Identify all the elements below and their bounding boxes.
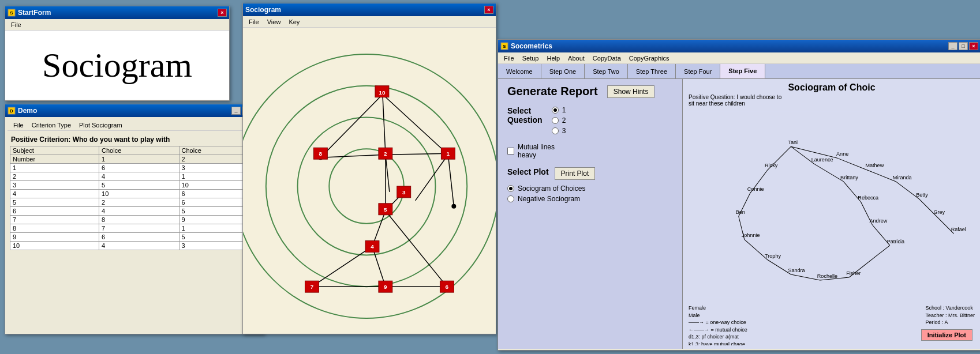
table-row: 871 [10, 224, 259, 233]
table-cell: 10 [99, 190, 179, 198]
col-number: Number [10, 155, 99, 164]
start-form-window: S StartForm × File Sociogram [5, 6, 230, 101]
plot-negative-label: Negative Sociogram [518, 195, 580, 203]
demo-plot-menu[interactable]: Plot Sociogram [76, 120, 126, 130]
svg-text:Rafael: Rafael [951, 227, 966, 232]
svg-text:2: 2 [384, 150, 387, 157]
tab-step-two[interactable]: Step Two [585, 64, 628, 78]
svg-text:7: 7 [311, 284, 314, 290]
show-hints-button[interactable]: Show Hints [607, 85, 655, 98]
start-form-content: Sociogram [5, 31, 229, 100]
question-option-1: 1 [562, 106, 566, 114]
mutual-lines-checkbox[interactable] [507, 148, 514, 155]
initialize-plot-button[interactable]: Initialize Plot [921, 329, 972, 341]
socometrics-about-menu[interactable]: About [564, 54, 588, 63]
svg-text:Ricky: Ricky [765, 163, 778, 168]
demo-minimize[interactable]: _ [231, 107, 241, 115]
table-cell: 4 [99, 242, 179, 250]
socometrics-icon: S [500, 42, 508, 50]
table-row: 163 [10, 164, 259, 172]
mutual-lines-area: Mutual linesheavy [507, 143, 673, 159]
demo-title: Demo [18, 107, 37, 115]
svg-text:5: 5 [384, 206, 387, 213]
radio-circle-1[interactable] [552, 107, 559, 114]
sociogram-file-menu[interactable]: File [245, 17, 263, 27]
radio-circle-2[interactable] [552, 117, 559, 124]
svg-text:S: S [503, 44, 506, 49]
table-cell: 6 [10, 207, 99, 216]
svg-text:Tani: Tani [788, 140, 798, 145]
table-row: 965 [10, 233, 259, 242]
select-plot-label: Select Plot [507, 167, 549, 176]
question-radio-1[interactable]: 1 [552, 106, 566, 114]
table-cell: 5 [10, 198, 99, 207]
table-cell: 4 [99, 172, 179, 181]
svg-text:S: S [10, 10, 13, 16]
criterion-text: Positive Criterion: Who do you want to p… [11, 135, 258, 144]
start-form-title: StartForm [18, 9, 51, 17]
socometrics-minimize[interactable]: _ [948, 42, 957, 50]
socometrics-copygraphics-menu[interactable]: CopyGraphics [626, 54, 673, 63]
socometrics-file-menu[interactable]: File [500, 54, 518, 63]
demo-titlebar: D Demo _ □ × [5, 104, 264, 117]
table-cell: 8 [99, 216, 179, 224]
tab-step-three[interactable]: Step Three [628, 64, 676, 78]
col-choice1: Choice [99, 146, 179, 155]
question-radio-2[interactable]: 2 [552, 116, 566, 125]
socometrics-help-menu[interactable]: Help [543, 54, 563, 63]
tab-step-four[interactable]: Step Four [676, 64, 720, 78]
socometrics-body: Generate Report Show Hints SelectQuestio… [498, 79, 980, 349]
socometrics-menu: File Setup Help About CopyData CopyGraph… [498, 52, 980, 64]
svg-text:9: 9 [384, 284, 387, 290]
plot-radio-negative-circle[interactable] [507, 195, 514, 202]
question-radio-3[interactable]: 3 [552, 127, 566, 135]
table-cell: 5 [99, 181, 179, 190]
svg-text:Grey: Grey [933, 209, 945, 215]
print-plot-button[interactable]: Print Plot [555, 167, 596, 180]
table-cell: 9 [10, 233, 99, 242]
svg-text:Rebecca: Rebecca [858, 195, 879, 201]
svg-text:1: 1 [447, 150, 450, 157]
socometrics-close[interactable]: × [969, 42, 978, 50]
socometrics-maximize[interactable]: □ [959, 42, 968, 50]
svg-text:3: 3 [402, 189, 406, 195]
svg-line-20 [312, 246, 372, 287]
table-cell: 7 [99, 224, 179, 233]
svg-text:Andrew: Andrew [870, 218, 888, 224]
demo-file-menu[interactable]: File [10, 120, 27, 130]
table-row: 3510 [10, 181, 259, 190]
svg-line-12 [386, 155, 390, 192]
tab-step-one[interactable]: Step One [541, 64, 585, 78]
select-plot-area: Select Plot Print Plot Sociogram of Choi… [507, 167, 673, 203]
start-form-close[interactable]: × [218, 9, 227, 17]
svg-text:4: 4 [371, 243, 374, 250]
table-cell: 2 [10, 172, 99, 181]
sociogram-main-close[interactable]: × [484, 6, 493, 14]
tab-welcome[interactable]: Welcome [498, 64, 541, 78]
radio-circle-3[interactable] [552, 127, 559, 134]
sociogram-main-window: Sociogram × File View Key [242, 3, 496, 334]
socometrics-titlebar: S Socometrics _ □ × [498, 40, 980, 52]
table-cell: 3 [10, 181, 99, 190]
socometrics-setup-menu[interactable]: Setup [519, 54, 543, 63]
svg-text:Fisher: Fisher [846, 270, 861, 276]
start-form-file-menu[interactable]: File [8, 20, 25, 29]
table-cell: 10 [10, 242, 99, 250]
plot-radio-negative[interactable]: Negative Sociogram [507, 195, 673, 203]
plot-radio-sociogram[interactable]: Sociogram of Choices [507, 184, 673, 193]
svg-text:Trophy: Trophy [765, 253, 781, 259]
svg-text:8: 8 [319, 150, 323, 157]
col-1: 1 [99, 155, 179, 164]
demo-criterion-menu[interactable]: Criterion Type [28, 120, 74, 130]
svg-text:10: 10 [379, 89, 386, 96]
sociogram-key-menu[interactable]: Key [285, 17, 303, 27]
right-panel: Sociogram of Choic Positive Question: I … [683, 79, 980, 349]
socometrics-copydata-menu[interactable]: CopyData [589, 54, 624, 63]
svg-line-9 [383, 95, 447, 154]
demo-icon: D [8, 107, 16, 115]
tab-step-five[interactable]: Step Five [720, 64, 765, 78]
svg-rect-56 [686, 112, 977, 298]
sociogram-view-menu[interactable]: View [264, 17, 285, 27]
table-row: 789 [10, 216, 259, 224]
plot-radio-sociogram-circle[interactable] [507, 185, 514, 192]
